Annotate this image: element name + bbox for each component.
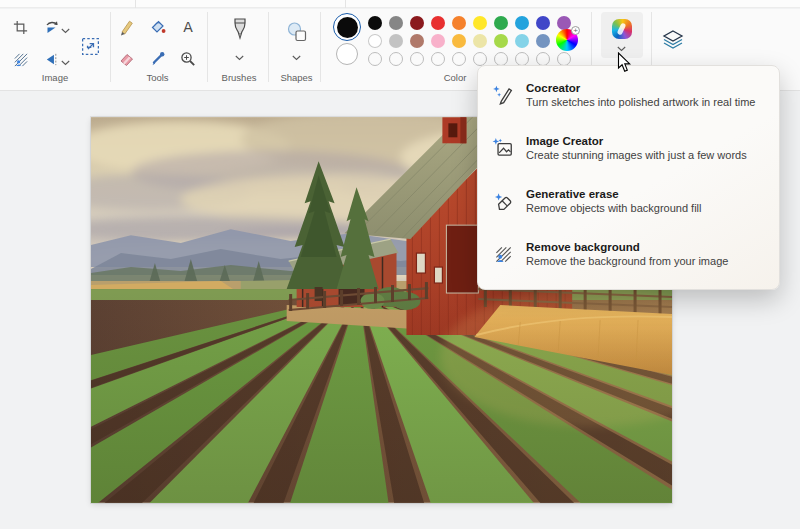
pencil-icon (117, 18, 135, 36)
brush-icon (230, 17, 250, 43)
palette-color-swatch[interactable] (494, 16, 508, 30)
palette-color-swatch[interactable] (494, 34, 508, 48)
tab-divider (135, 0, 136, 8)
shapes-chevron-icon[interactable] (292, 55, 301, 61)
palette-color-swatch[interactable] (473, 16, 487, 30)
fill-tool-button[interactable] (146, 15, 170, 39)
palette-color-swatch[interactable] (473, 34, 487, 48)
menu-item-title: Image Creator (526, 135, 747, 147)
foreground-color-selector[interactable] (333, 13, 361, 41)
palette-row-empty (368, 52, 571, 66)
palette-row-2 (368, 34, 571, 48)
palette-empty-slot[interactable] (473, 52, 487, 66)
color-picker-icon (149, 50, 167, 68)
layers-button[interactable] (659, 26, 687, 54)
palette-color-swatch[interactable] (431, 16, 445, 30)
remove-background-icon (12, 51, 29, 68)
menu-item-description: Create stunning images with just a few w… (526, 149, 747, 161)
crop-button[interactable] (8, 15, 32, 39)
eraser-tool-button[interactable] (114, 47, 138, 71)
menu-item-description: Remove the background from your image (526, 255, 728, 267)
title-strip (0, 0, 800, 8)
palette-color-swatch[interactable] (410, 16, 424, 30)
palette-empty-slot[interactable] (431, 52, 445, 66)
text-icon: A (179, 18, 197, 36)
fill-icon (149, 18, 167, 36)
mouse-cursor (617, 52, 632, 73)
palette-empty-slot[interactable] (410, 52, 424, 66)
color-picker-tool-button[interactable] (146, 47, 170, 71)
paint-window: Image A Tools Brushes (0, 0, 800, 529)
rotate-button[interactable] (40, 15, 64, 39)
flip-button[interactable] (40, 47, 64, 71)
tab-divider (345, 0, 346, 8)
edit-colors-plus-icon[interactable]: + (571, 26, 580, 35)
foreground-color-swatch (337, 17, 358, 38)
palette-color-swatch[interactable] (410, 34, 424, 48)
resize-icon (80, 36, 101, 57)
palette-row-1 (368, 16, 571, 30)
palette-color-swatch[interactable] (368, 16, 382, 30)
flip-chevron-icon[interactable] (61, 60, 70, 66)
menu-item-image-creator[interactable]: Image Creator Create stunning images wit… (478, 131, 779, 184)
menu-item-title: Remove background (526, 241, 728, 253)
palette-color-swatch[interactable] (368, 34, 382, 48)
menu-item-description: Remove objects with background fill (526, 202, 701, 214)
rotate-icon (43, 18, 61, 36)
copilot-icon (612, 19, 632, 39)
brushes-chevron-icon[interactable] (235, 55, 244, 61)
flip-icon (44, 51, 61, 68)
group-separator (110, 12, 111, 82)
sparkle-pencil-icon (492, 84, 514, 106)
menu-item-title: Generative erase (526, 188, 701, 200)
pencil-tool-button[interactable] (114, 15, 138, 39)
group-separator (320, 12, 321, 82)
shapes-group-label: Shapes (269, 72, 324, 83)
sparkle-eraser-icon (492, 190, 514, 212)
remove-background-button[interactable] (8, 47, 32, 71)
brushes-group-label: Brushes (209, 72, 269, 83)
palette-color-swatch[interactable] (536, 34, 550, 48)
brushes-button[interactable] (226, 14, 254, 46)
menu-item-generative-erase[interactable]: Generative erase Remove objects with bac… (478, 184, 779, 237)
palette-color-swatch[interactable] (536, 16, 550, 30)
eraser-icon (117, 50, 135, 68)
tools-group-label: Tools (115, 72, 200, 83)
shapes-button[interactable] (282, 17, 312, 47)
palette-empty-slot[interactable] (452, 52, 466, 66)
palette-empty-slot[interactable] (515, 52, 529, 66)
remove-background-icon (492, 243, 514, 265)
palette-color-swatch[interactable] (389, 34, 403, 48)
sparkle-image-icon (492, 137, 514, 159)
palette-color-swatch[interactable] (515, 34, 529, 48)
magnifier-icon (179, 50, 197, 68)
palette-color-swatch[interactable] (557, 16, 571, 30)
menu-item-cocreator[interactable]: Cocreator Turn sketches into polished ar… (478, 78, 779, 131)
palette-color-swatch[interactable] (452, 34, 466, 48)
image-group-label: Image (10, 72, 100, 83)
menu-item-remove-background[interactable]: Remove background Remove the background … (478, 237, 779, 290)
rotate-chevron-icon[interactable] (61, 28, 70, 34)
palette-color-swatch[interactable] (452, 16, 466, 30)
palette-empty-slot[interactable] (536, 52, 550, 66)
copilot-dropdown-menu: Cocreator Turn sketches into polished ar… (477, 65, 780, 290)
svg-text:A: A (183, 19, 193, 35)
crop-icon (12, 19, 29, 36)
palette-empty-slot[interactable] (368, 52, 382, 66)
palette-empty-slot[interactable] (389, 52, 403, 66)
palette-empty-slot[interactable] (494, 52, 508, 66)
menu-item-description: Turn sketches into polished artwork in r… (526, 96, 755, 108)
palette-empty-slot[interactable] (557, 52, 571, 66)
background-color-selector[interactable] (336, 43, 358, 65)
shapes-icon (285, 20, 309, 44)
layers-icon (661, 28, 685, 52)
palette-color-swatch[interactable] (389, 16, 403, 30)
palette-color-swatch[interactable] (431, 34, 445, 48)
palette-color-swatch[interactable] (515, 16, 529, 30)
menu-item-title: Cocreator (526, 82, 755, 94)
text-tool-button[interactable]: A (176, 15, 200, 39)
magnifier-tool-button[interactable] (176, 47, 200, 71)
group-separator (207, 12, 208, 82)
resize-button[interactable] (75, 31, 105, 61)
